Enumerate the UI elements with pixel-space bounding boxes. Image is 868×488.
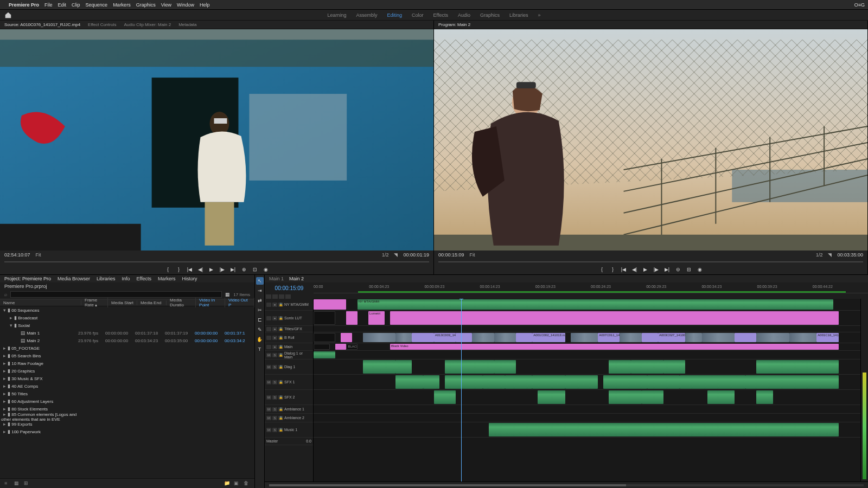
program-tab[interactable]: Program: Main 2 <box>438 22 470 27</box>
track-header[interactable]: MS🔒SFX 1 <box>265 375 313 390</box>
clip[interactable] <box>685 333 701 342</box>
clip[interactable] <box>532 375 565 389</box>
clip[interactable] <box>647 375 680 389</box>
track-header[interactable]: MS🔒Dialog 1 or Main <box>265 351 313 359</box>
icon-view-icon[interactable]: ▦ <box>14 480 21 487</box>
project-row[interactable]: ▸▮ 30 Music & SFX <box>0 375 254 382</box>
clip[interactable]: Black Video <box>390 344 839 350</box>
clip[interactable] <box>663 360 685 374</box>
clip[interactable] <box>756 390 773 404</box>
clip[interactable] <box>335 344 346 350</box>
timeline-playhead-tc[interactable]: 00:00:15:09 <box>265 282 314 293</box>
track-header[interactable]: MS🔒SFX 2 <box>265 390 313 405</box>
project-row[interactable]: ▸▮ 99 Exports <box>0 420 254 428</box>
track-header[interactable]: MS🔒Music 1 <box>265 422 313 438</box>
clip[interactable] <box>702 333 735 342</box>
program-scrubber[interactable] <box>434 259 867 265</box>
clip[interactable]: A007C011_141006.mp4 <box>598 333 620 342</box>
pen-tool-icon[interactable]: ✎ <box>256 326 264 333</box>
trash-icon[interactable]: 🗑 <box>244 480 250 487</box>
clip[interactable] <box>395 333 412 342</box>
play-icon[interactable]: ▶ <box>208 266 215 273</box>
project-row[interactable]: ▸▮ 100 Paperwork <box>0 428 254 435</box>
goto-out-icon[interactable]: ▶| <box>229 266 237 273</box>
app-name[interactable]: Premiere Pro <box>9 2 39 8</box>
source-tab-metadata[interactable]: Metadata <box>178 22 196 27</box>
mark-out-icon[interactable]: } <box>609 266 617 273</box>
workspace-learning[interactable]: Learning <box>327 12 346 18</box>
clip[interactable]: A003C027_141006_RJJC.mp4 <box>658 333 685 342</box>
step-back-icon[interactable]: ◀| <box>631 266 639 273</box>
lift-icon[interactable]: ⊖ <box>674 266 682 273</box>
razor-tool-icon[interactable]: ✂ <box>256 306 264 314</box>
workspace-overflow[interactable]: » <box>538 12 541 18</box>
clip[interactable] <box>395 360 412 374</box>
clip[interactable] <box>314 299 346 310</box>
menu-file[interactable]: File <box>44 2 53 8</box>
clip[interactable] <box>494 360 516 374</box>
mark-out-icon[interactable]: } <box>175 266 183 273</box>
project-list[interactable]: ▾▮ 00 Sequences▸▮ Broadcast▾▮ Social▤ Ma… <box>0 306 254 478</box>
clip[interactable] <box>314 344 330 350</box>
clip[interactable] <box>445 360 461 374</box>
clip[interactable] <box>707 390 735 404</box>
master-track-header[interactable]: Master0.0 <box>265 438 313 445</box>
marker-icon[interactable] <box>279 294 284 299</box>
project-row[interactable]: ▾▮ Social <box>0 322 254 329</box>
clip[interactable] <box>756 333 789 342</box>
ripple-tool-icon[interactable]: ⇄ <box>256 297 264 304</box>
col-media-start[interactable]: Media Start <box>108 300 137 305</box>
clip[interactable] <box>505 375 532 389</box>
track-header[interactable]: MS🔒Ambiance 1 <box>265 405 313 414</box>
list-view-icon[interactable]: ≡ <box>4 480 11 487</box>
track-header[interactable]: MS🔒Ambiance 2 <box>265 414 313 422</box>
clip[interactable] <box>314 351 335 358</box>
insert-icon[interactable]: ⊕ <box>240 266 248 273</box>
timeline-ruler[interactable]: 00:0000:00:04:2300:00:09:2300:00:14:2300… <box>314 282 868 293</box>
menu-sequence[interactable]: Sequence <box>86 2 108 8</box>
clip[interactable] <box>494 333 516 342</box>
snap-icon[interactable] <box>266 294 271 299</box>
link-icon[interactable] <box>272 294 278 299</box>
clip[interactable] <box>363 333 395 342</box>
source-tc-left[interactable]: 02:54:10:07 <box>4 252 30 258</box>
project-row[interactable]: ▸▮ 05_FOOTAGE <box>0 344 254 352</box>
extract-icon[interactable]: ⊟ <box>685 266 693 273</box>
clip[interactable] <box>395 375 423 389</box>
workspace-effects[interactable]: Effects <box>433 12 448 18</box>
clip[interactable] <box>609 390 641 404</box>
clip[interactable] <box>472 333 494 342</box>
clip[interactable] <box>620 333 641 342</box>
play-icon[interactable]: ▶ <box>642 266 649 273</box>
type-tool-icon[interactable]: T <box>256 345 264 353</box>
clip[interactable] <box>461 360 494 374</box>
timeline-tab-main2[interactable]: Main 2 <box>289 276 304 281</box>
project-row[interactable]: ▸▮ 60 Adjustment Layers <box>0 397 254 405</box>
track-header[interactable]: ●🔒Main <box>265 343 313 351</box>
goto-out-icon[interactable]: ▶| <box>663 266 671 273</box>
proj-tab-effects[interactable]: Effects <box>137 276 151 281</box>
clip[interactable] <box>434 390 456 404</box>
export-frame-icon[interactable]: ◉ <box>696 266 704 273</box>
source-zoom[interactable]: 1/2 <box>382 252 389 258</box>
clip[interactable] <box>314 311 335 325</box>
project-row[interactable]: ▸▮ 20 Graphics <box>0 367 254 375</box>
workspace-libraries[interactable]: Libraries <box>509 12 528 18</box>
project-row[interactable]: ▸▮ 40 AE Comps <box>0 382 254 390</box>
goto-in-icon[interactable]: |◀ <box>620 266 628 273</box>
clip[interactable] <box>609 360 630 374</box>
workspace-assembly[interactable]: Assembly <box>356 12 378 18</box>
program-zoom[interactable]: 1/2 <box>816 252 823 258</box>
menu-edit[interactable]: Edit <box>58 2 67 8</box>
clip[interactable] <box>680 375 745 389</box>
clip[interactable] <box>363 360 395 374</box>
selection-tool-icon[interactable]: ↖ <box>256 277 264 285</box>
clip[interactable]: A001C16_141006_RJJC <box>816 333 838 342</box>
proj-tab-media-browser[interactable]: Media Browser <box>58 276 90 281</box>
menu-view[interactable]: View <box>161 2 171 8</box>
track-header[interactable]: ●🔒NY MTA/GMM <box>265 299 313 311</box>
timeline-content[interactable]: NY MTA/GMMLumetriA013C003_141012.mp4A001… <box>314 299 860 481</box>
program-tc-left[interactable]: 00:00:15:09 <box>438 252 464 258</box>
project-row[interactable]: ▤ Main 123.976 fps00:00:00:0000:01:37:18… <box>0 329 254 337</box>
source-fit[interactable]: Fit <box>36 252 41 258</box>
